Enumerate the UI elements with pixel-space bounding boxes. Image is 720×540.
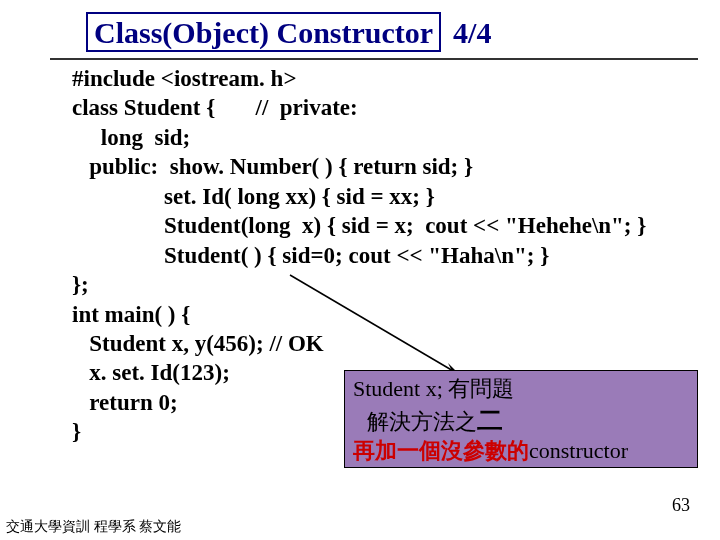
callout-box: Student x; 有問題 解決方法之二 再加一個沒參數的constructo… <box>344 370 698 468</box>
callout-text: constructor <box>529 438 628 463</box>
slide-title: Class(Object) Constructor 4/4 <box>86 12 491 52</box>
callout-text: 有問題 <box>448 376 514 401</box>
callout-text: 解決方法之 <box>367 409 477 434</box>
callout-code-ref: Student x; <box>353 376 448 401</box>
footer-text: 交通大學資訓 程學系 蔡文能 <box>6 518 181 536</box>
callout-emphasis: 二 <box>477 406 503 435</box>
callout-line-1: Student x; 有問題 <box>353 375 689 404</box>
title-boxed: Class(Object) Constructor <box>86 12 441 52</box>
callout-line-2: 解決方法之二 <box>353 404 689 438</box>
callout-red-text: 再加一個沒參數的 <box>353 438 529 463</box>
callout-line-3: 再加一個沒參數的constructor <box>353 437 689 466</box>
page-number: 63 <box>672 495 690 516</box>
title-suffix: 4/4 <box>453 16 491 50</box>
